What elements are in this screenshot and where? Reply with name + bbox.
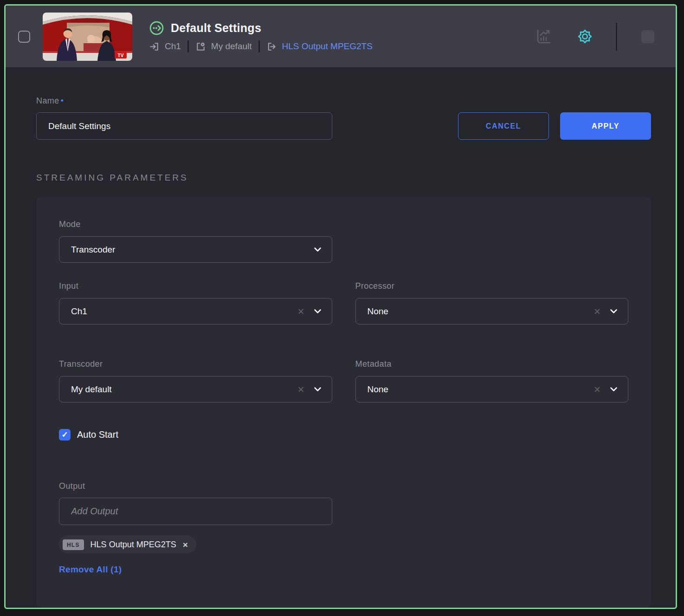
output-label: Output [59, 481, 332, 491]
clear-icon[interactable]: × [594, 384, 600, 395]
breadcrumb-transcoder-label: My default [211, 41, 252, 52]
metadata-field: Metadata None × [355, 359, 629, 402]
auto-start-checkbox[interactable]: ✓ Auto Start [59, 429, 628, 441]
mode-label: Mode [59, 220, 332, 229]
breadcrumb-output-label: HLS Output MPEG2TS [282, 41, 373, 52]
input-value: Ch1 [71, 306, 87, 317]
metadata-label: Metadata [355, 359, 629, 369]
settings-button[interactable] [576, 28, 594, 45]
chevron-down-icon[interactable] [314, 387, 322, 392]
stats-icon [536, 28, 551, 45]
remove-all-link[interactable]: Remove All (1) [59, 564, 122, 575]
processor-value: None [368, 306, 388, 317]
add-output-input[interactable] [59, 498, 332, 525]
mode-field: Mode Transcoder [59, 220, 332, 263]
video-thumbnail[interactable]: TV [43, 13, 132, 61]
hls-badge: HLS [63, 539, 84, 550]
remove-tag-icon[interactable]: × [183, 540, 188, 549]
breadcrumb-output-link[interactable]: HLS Output MPEG2TS [266, 41, 373, 52]
output-tag: HLS HLS Output MPEG2TS × [59, 536, 196, 553]
processor-field: Processor None × [355, 281, 629, 324]
clear-icon[interactable]: × [297, 306, 304, 317]
cancel-button[interactable]: CANCEL [458, 112, 549, 140]
input-icon [149, 41, 160, 52]
chevron-down-icon[interactable] [610, 309, 618, 314]
clear-icon[interactable]: × [594, 306, 600, 317]
streaming-parameters-panel: Mode Transcoder Input Ch1 × [36, 197, 651, 607]
clear-icon[interactable]: × [297, 384, 304, 395]
section-title: STREAMING PARAMETERS [36, 173, 651, 183]
breadcrumb-input[interactable]: Ch1 [149, 41, 181, 52]
checkbox-checked-icon: ✓ [59, 429, 71, 441]
processor-select[interactable]: None × [355, 298, 629, 324]
output-icon [266, 41, 277, 52]
chevron-down-icon[interactable] [314, 247, 322, 252]
input-label: Input [59, 281, 332, 291]
check-glyph: ✓ [61, 430, 68, 440]
mode-value: Transcoder [71, 245, 115, 255]
apply-button[interactable]: APPLY [560, 112, 651, 140]
breadcrumb-separator [258, 40, 260, 52]
svg-text:TV: TV [118, 52, 124, 58]
form-actions: CANCEL APPLY [458, 112, 651, 140]
transcoder-label: Transcoder [59, 359, 332, 369]
metadata-select[interactable]: None × [355, 376, 629, 402]
drag-handle-button[interactable] [641, 30, 654, 43]
select-checkbox[interactable] [18, 31, 30, 43]
breadcrumb-input-label: Ch1 [165, 41, 181, 52]
transcoder-field: Transcoder My default × [59, 359, 332, 402]
settings-window: TV Default Settings Ch1 [4, 4, 677, 609]
news-studio-preview: TV [43, 13, 132, 61]
name-input[interactable] [36, 112, 332, 140]
auto-start-label: Auto Start [77, 429, 118, 440]
header-divider [616, 23, 617, 51]
transcoder-icon [195, 41, 206, 52]
transcoder-select[interactable]: My default × [59, 376, 332, 402]
name-label: Name [36, 96, 332, 106]
breadcrumb: Ch1 My default [149, 40, 373, 52]
input-processor-row: Input Ch1 × Processor None [59, 281, 628, 324]
header-actions [536, 23, 654, 51]
transcoder-value: My default [71, 384, 112, 395]
mode-select[interactable]: Transcoder [59, 236, 332, 263]
chevron-down-icon[interactable] [610, 387, 618, 392]
page-title: Default Settings [171, 21, 261, 35]
input-select[interactable]: Ch1 × [59, 298, 332, 324]
title-block: Default Settings Ch1 [149, 20, 373, 52]
metadata-value: None [368, 384, 388, 395]
name-row: Name CANCEL APPLY [36, 96, 651, 140]
stats-button[interactable] [536, 28, 551, 45]
processor-label: Processor [355, 281, 629, 291]
input-field: Input Ch1 × [59, 281, 332, 324]
chevron-down-icon[interactable] [314, 309, 322, 314]
main-content: Name CANCEL APPLY STREAMING PARAMETERS M… [6, 67, 676, 607]
stream-status-icon [149, 20, 164, 36]
header-bar: TV Default Settings Ch1 [6, 6, 676, 67]
breadcrumb-transcoder[interactable]: My default [195, 41, 252, 52]
output-tag-label: HLS Output MPEG2TS [90, 540, 176, 550]
breadcrumb-separator [187, 40, 189, 52]
transcoder-metadata-row: Transcoder My default × Metadata None [59, 359, 628, 402]
output-field: Output HLS HLS Output MPEG2TS × Remove A… [59, 481, 332, 575]
settings-gear-icon [576, 28, 594, 45]
